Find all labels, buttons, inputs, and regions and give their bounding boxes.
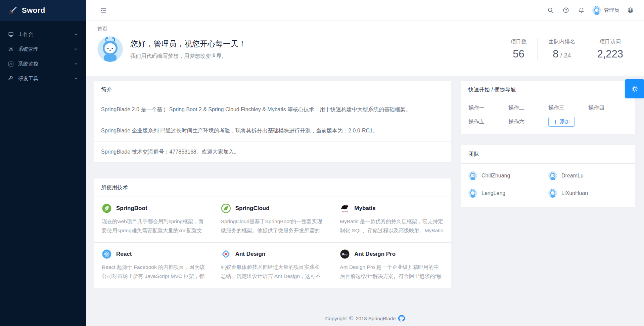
copyright-icon: © bbox=[349, 315, 354, 322]
quick-link-6[interactable]: 操作六 bbox=[508, 118, 548, 125]
quick-nav-card: 快速开始 / 便捷导航 操作一 操作二 操作三 操作四 操作五 操作六 添加 bbox=[461, 80, 636, 134]
sidebar-item-dev-tools[interactable]: 研发工具 bbox=[0, 71, 86, 86]
svg-text:Pro: Pro bbox=[342, 252, 348, 256]
menu-fold-icon[interactable] bbox=[97, 4, 109, 17]
stat-team-rank: 团队内排名 8 / 24 bbox=[537, 38, 586, 60]
stat-project-visits: 项目访问 2,223 bbox=[586, 38, 627, 60]
member-avatar bbox=[548, 171, 557, 180]
intro-card: 简介 SpringBlade 2.0 是一个基于 Spring Boot 2 &… bbox=[94, 80, 452, 163]
sidebar-item-workbench[interactable]: 工作台 bbox=[0, 27, 86, 42]
welcome-block: 您好，管理员，祝您开心每一天！ 我们用代码编写梦想，用梦想改变世界。 bbox=[97, 36, 246, 62]
sidebar-item-system-admin[interactable]: 系统管理 bbox=[0, 42, 86, 56]
sidebar-item-label: 系统监控 bbox=[18, 61, 38, 67]
topbar-actions: 管理员 bbox=[544, 4, 637, 17]
tech-cell-react[interactable]: React React 起源于 Facebook 的内部项目，因为该公司对市场上… bbox=[94, 243, 213, 288]
breadcrumb[interactable]: 首页 bbox=[97, 26, 627, 32]
sidebar-item-label: 研发工具 bbox=[18, 76, 38, 82]
desktop-icon bbox=[8, 32, 14, 37]
chevron-down-icon bbox=[74, 47, 78, 51]
svg-text:MyBatis: MyBatis bbox=[342, 210, 348, 212]
greeting-title: 您好，管理员，祝您开心每一天！ bbox=[130, 39, 246, 49]
quick-link-3[interactable]: 操作三 bbox=[548, 105, 588, 112]
chevron-down-icon bbox=[74, 62, 78, 66]
intro-item: SpringBlade 2.0 是一个基于 Spring Boot 2 & Sp… bbox=[94, 99, 451, 120]
footer: Copyright © 2018 SpringBlade bbox=[86, 315, 644, 322]
sidebar-menu: 工作台 系统管理 系统监控 bbox=[0, 21, 86, 86]
tech-cell-springcloud[interactable]: SpringCloud SpringCloud是基于SpringBoot的一整套… bbox=[213, 197, 332, 243]
ant-design-icon bbox=[221, 249, 231, 259]
user-name: 管理员 bbox=[604, 7, 619, 13]
topbar: 管理员 bbox=[86, 0, 644, 21]
help-icon[interactable] bbox=[559, 4, 572, 17]
springcloud-icon bbox=[221, 203, 231, 213]
quick-link-5[interactable]: 操作五 bbox=[468, 118, 508, 125]
react-icon bbox=[102, 249, 112, 259]
user-menu[interactable]: 管理员 bbox=[590, 6, 621, 15]
app-title: Sword bbox=[22, 6, 45, 15]
main-content: 简介 SpringBlade 2.0 是一个基于 Spring Boot 2 &… bbox=[86, 76, 644, 326]
ant-design-pro-icon: Pro bbox=[340, 249, 350, 259]
intro-item: SpringBlade 企业版系列 已通过长时间生产环境的考验，现将其拆分出基础… bbox=[94, 120, 451, 141]
sword-icon bbox=[8, 6, 17, 15]
quick-link-4[interactable]: 操作四 bbox=[588, 105, 628, 112]
search-icon[interactable] bbox=[544, 4, 557, 17]
tech-cell-mybatis[interactable]: MyBatis Mybatis MyBatis 是一款优秀的持久层框架，它支持定… bbox=[332, 197, 451, 243]
sidebar: Sword 工作台 系统管理 bbox=[0, 0, 86, 326]
tech-card-title: 所使用技术 bbox=[94, 178, 451, 197]
chevron-down-icon bbox=[74, 32, 78, 36]
team-member[interactable]: DreamLu bbox=[548, 167, 628, 185]
member-avatar bbox=[548, 189, 557, 198]
footer-brand: 2018 SpringBlade bbox=[356, 316, 396, 321]
team-member[interactable]: LengLeng bbox=[468, 185, 548, 202]
intro-card-title: 简介 bbox=[94, 81, 451, 99]
add-button[interactable]: 添加 bbox=[548, 117, 575, 127]
quick-link-2[interactable]: 操作二 bbox=[508, 105, 548, 112]
team-member[interactable]: ChillZhuang bbox=[468, 167, 548, 185]
welcome-avatar bbox=[97, 36, 123, 62]
sidebar-item-label: 系统管理 bbox=[18, 46, 38, 52]
bell-icon[interactable] bbox=[575, 4, 588, 17]
language-globe-icon[interactable] bbox=[624, 4, 637, 17]
user-avatar bbox=[592, 6, 601, 15]
team-card-title: 团队 bbox=[461, 145, 635, 164]
app-logo[interactable]: Sword bbox=[0, 0, 86, 21]
monitor-chart-icon bbox=[8, 61, 14, 67]
team-card: 团队 ChillZhuang DreamLu LengLeng bbox=[461, 145, 636, 208]
member-avatar bbox=[468, 171, 477, 180]
sidebar-item-system-monitor[interactable]: 系统监控 bbox=[0, 56, 86, 71]
stats: 项目数 56 团队内排名 8 / 24 项目访问 2,223 bbox=[500, 38, 627, 60]
quick-nav-settings-button[interactable] bbox=[625, 79, 644, 98]
stat-projects: 项目数 56 bbox=[500, 38, 537, 60]
sidebar-item-label: 工作台 bbox=[18, 31, 33, 38]
tech-cell-antdesign[interactable]: Ant Design 蚂蚁金服体验技术部经过大量的项目实践和总结，沉淀出设计语言… bbox=[213, 243, 332, 288]
springboot-icon bbox=[102, 203, 112, 213]
tech-cell-springboot[interactable]: SpringBoot 现在的web项目几乎都会用到spring框架，而要使用sp… bbox=[94, 197, 213, 243]
intro-item: SpringBlade 技术交流群号：477853168。欢迎大家加入。 bbox=[94, 141, 451, 162]
wrench-icon bbox=[8, 76, 14, 82]
chevron-down-icon bbox=[74, 77, 78, 81]
quick-link-1[interactable]: 操作一 bbox=[468, 105, 508, 112]
member-avatar bbox=[468, 189, 477, 198]
tech-cell-antdesignpro[interactable]: Pro Ant Design Pro Ant Design Pro 是一个企业级… bbox=[332, 243, 451, 288]
mybatis-icon: MyBatis bbox=[340, 203, 350, 213]
page-header: 首页 您好，管理员，祝您开心每一天！ 我们用代码编写梦想，用梦想改变世界。 项目… bbox=[86, 21, 644, 76]
copyright-text: Copyright bbox=[325, 316, 347, 321]
quick-nav-title: 快速开始 / 便捷导航 bbox=[461, 81, 635, 99]
github-icon[interactable] bbox=[398, 315, 405, 322]
team-member[interactable]: LiXunHuan bbox=[548, 185, 628, 202]
tech-card: 所使用技术 SpringBoot bbox=[94, 178, 452, 288]
gear-icon bbox=[8, 46, 14, 52]
greeting-motto: 我们用代码编写梦想，用梦想改变世界。 bbox=[130, 53, 246, 60]
plus-icon bbox=[553, 120, 557, 124]
